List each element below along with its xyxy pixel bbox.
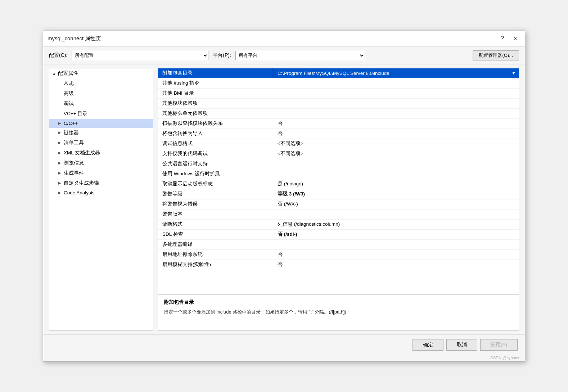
prop-value: <不同选项> [273, 149, 519, 158]
sidebar-item-advanced[interactable]: 高级 [49, 89, 153, 99]
prop-value [273, 243, 519, 246]
sidebar-item-build-events[interactable]: ▶生成事件 [49, 168, 153, 178]
config-select[interactable]: 所有配置 [72, 51, 208, 60]
prop-name: 扫描源以查找模块依赖关系 [158, 119, 273, 128]
prop-row[interactable]: 其他模块依赖项 [158, 99, 519, 109]
sidebar-item-general[interactable]: 常规 [49, 78, 153, 89]
prop-row[interactable]: 其他标头单元依赖项 [158, 109, 519, 119]
sidebar-item-code-analysis[interactable]: ▶Code Analysis [49, 188, 153, 197]
sidebar-label-custom-steps: 自定义生成步骤 [64, 180, 99, 186]
prop-row[interactable]: 启用地址擦除系统否 [158, 250, 519, 260]
prop-value [273, 112, 519, 115]
cancel-button[interactable]: 取消 [446, 339, 477, 351]
prop-value [273, 102, 519, 105]
prop-value [273, 82, 519, 85]
prop-row[interactable]: 其他 #using 指令 [158, 78, 519, 89]
sidebar-label-build-events: 生成事件 [64, 170, 84, 176]
prop-name: 支持仅我的代码调试 [158, 149, 273, 158]
sidebar-item-linker[interactable]: ▶链接器 [49, 128, 153, 138]
prop-dropdown-btn[interactable]: ▼ [511, 71, 519, 76]
sidebar-arrow-xml-gen: ▶ [58, 150, 64, 155]
prop-row[interactable]: 警告等级等级 3 (/W3) [158, 189, 519, 199]
prop-row[interactable]: 诊断格式列信息 (/diagnostics:column) [158, 220, 519, 230]
sidebar-arrow-custom-steps: ▶ [58, 181, 64, 185]
prop-name: 使用 Windows 运行时扩展 [158, 169, 273, 179]
sidebar-label-xml-gen: XML 文档生成器 [64, 150, 100, 156]
prop-row[interactable]: 取消显示启动版权标志是 (/nologo) [158, 179, 519, 189]
help-button[interactable]: ? [497, 33, 508, 44]
prop-name: 警告等级 [158, 189, 273, 199]
sidebar-label-code-analysis: Code Analysis [64, 190, 95, 195]
apply-button[interactable]: 应用(A) [480, 339, 518, 351]
prop-name: 调试信息格式 [158, 139, 273, 148]
prop-row[interactable]: 公共语言运行时支持 [158, 159, 519, 169]
prop-name: 诊断格式 [158, 220, 273, 229]
prop-row[interactable]: 警告版本 [158, 209, 519, 220]
prop-row[interactable]: 扫描源以查找模块依赖关系否 [158, 119, 519, 129]
sidebar-item-vc-dirs[interactable]: VC++ 目录 [49, 109, 153, 119]
prop-value: 是 (/nologo) [273, 179, 519, 189]
prop-value: 等级 3 (/W3) [273, 189, 519, 199]
close-button[interactable]: × [510, 33, 520, 44]
sidebar-item-cpp[interactable]: ▶C/C++ [49, 119, 153, 128]
sidebar-label-advanced: 高级 [64, 90, 74, 97]
prop-row[interactable]: 多处理器编译 [158, 240, 519, 250]
prop-value: 否 [273, 250, 519, 259]
config-manager-button[interactable]: 配置管理器(O)... [473, 50, 519, 60]
prop-value: C:\Program Files\MySQL\MySQL Server 8.0\… [273, 69, 511, 77]
prop-name: 将包含转换为导入 [158, 129, 273, 138]
prop-row[interactable]: 附加包含目录C:\Program Files\MySQL\MySQL Serve… [158, 68, 519, 78]
prop-value: 列信息 (/diagnostics:column) [273, 220, 519, 229]
prop-value [273, 92, 519, 95]
prop-row[interactable]: 支持仅我的代码调试<不同选项> [158, 149, 519, 159]
property-table: 附加包含目录C:\Program Files\MySQL\MySQL Serve… [158, 68, 519, 294]
prop-row[interactable]: 启用模糊支持(实验性)否 [158, 260, 519, 270]
description-panel: 附加包含目录 指定一个或多个要添加到 include 路径中的目录；如果指定多个… [158, 294, 519, 330]
prop-name: 其他 BMI 目录 [158, 89, 273, 98]
sidebar-label-linker: 链接器 [64, 130, 79, 136]
prop-name: 公共语言运行时支持 [158, 159, 273, 168]
prop-name: 附加包含目录 [158, 68, 273, 78]
sidebar-item-xml-gen[interactable]: ▶XML 文档生成器 [49, 148, 153, 158]
sidebar-label-config-props: 配置属性 [58, 70, 78, 77]
prop-value: <不同选项> [273, 139, 519, 148]
title-bar: mysql_connect 属性页 ? × [43, 31, 525, 47]
prop-row[interactable]: SDL 检查否 (/sdl-) [158, 230, 519, 240]
prop-value: 否 [273, 260, 519, 269]
sidebar-label-cpp: C/C++ [64, 121, 78, 126]
prop-name: 其他模块依赖项 [158, 99, 273, 108]
prop-row[interactable]: 将警告视为错误否 (/WX-) [158, 199, 519, 209]
sidebar: ▲配置属性常规高级调试VC++ 目录▶C/C++▶链接器▶清单工具▶XML 文档… [49, 68, 153, 331]
prop-value: 否 [273, 129, 519, 138]
prop-name: 将警告视为错误 [158, 199, 273, 209]
content-area: 附加包含目录C:\Program Files\MySQL\MySQL Serve… [158, 68, 519, 331]
sidebar-arrow-linker: ▶ [58, 130, 64, 135]
sidebar-label-browse: 浏览信息 [64, 160, 84, 166]
sidebar-item-config-props[interactable]: ▲配置属性 [49, 68, 153, 78]
prop-name: 警告版本 [158, 209, 273, 219]
prop-row[interactable]: 将包含转换为导入否 [158, 129, 519, 139]
prop-value [273, 213, 519, 216]
sidebar-label-debug: 调试 [64, 100, 74, 107]
prop-name: SDL 检查 [158, 230, 273, 239]
sidebar-item-debug[interactable]: 调试 [49, 99, 153, 109]
description-title: 附加包含目录 [164, 299, 513, 306]
sidebar-item-browse[interactable]: ▶浏览信息 [49, 158, 153, 168]
prop-row[interactable]: 调试信息格式<不同选项> [158, 139, 519, 149]
sidebar-item-manifest[interactable]: ▶清单工具 [49, 138, 153, 148]
prop-name: 多处理器编译 [158, 240, 273, 249]
prop-row[interactable]: 其他 BMI 目录 [158, 89, 519, 99]
prop-value: 否 (/WX-) [273, 199, 519, 209]
prop-value [273, 162, 519, 165]
sidebar-arrow-manifest: ▶ [58, 140, 64, 145]
prop-value: 否 (/sdl-) [273, 230, 519, 239]
ok-button[interactable]: 确定 [413, 339, 443, 351]
platform-select[interactable]: 所有平台 [235, 51, 365, 60]
sidebar-label-vc-dirs: VC++ 目录 [64, 111, 87, 117]
config-label: 配置(C): [49, 52, 67, 59]
main-area: ▲配置属性常规高级调试VC++ 目录▶C/C++▶链接器▶清单工具▶XML 文档… [43, 64, 525, 334]
watermark: CSDN @cyhomn [43, 355, 525, 361]
prop-row[interactable]: 使用 Windows 运行时扩展 [158, 169, 519, 179]
sidebar-item-custom-steps[interactable]: ▶自定义生成步骤 [49, 178, 153, 188]
prop-value: 否 [273, 119, 519, 128]
